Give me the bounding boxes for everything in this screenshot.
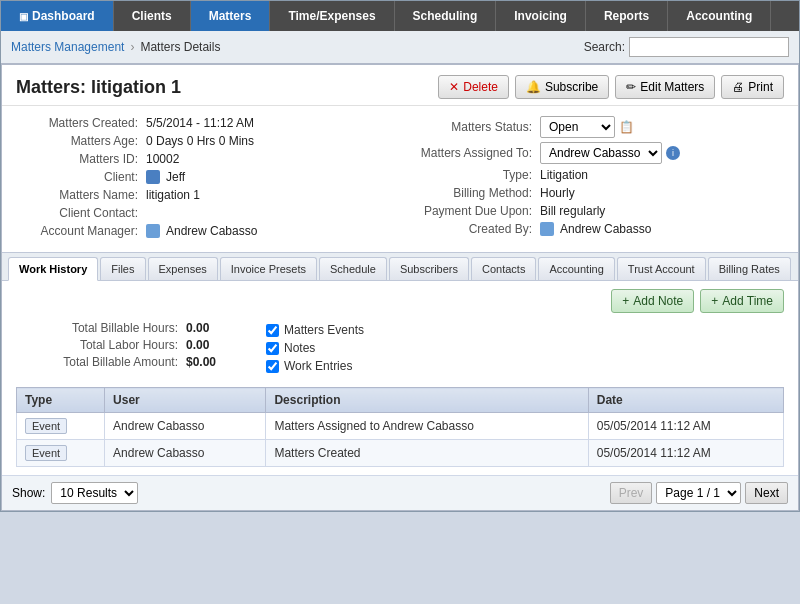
nav-clients[interactable]: Clients: [114, 1, 191, 31]
detail-billing-method: Billing Method: Hourly: [410, 186, 784, 200]
detail-assigned: Matters Assigned To: Andrew Cabasso i: [410, 142, 784, 164]
detail-client: Client: Jeff: [16, 170, 390, 184]
stat-billable-amount-value: $0.00: [186, 355, 216, 369]
tab-trust-account[interactable]: Trust Account: [617, 257, 706, 280]
table-row: Event Andrew Cabasso Matters Assigned to…: [17, 413, 784, 440]
add-note-button[interactable]: + Add Note: [611, 289, 694, 313]
matters-events-checkbox[interactable]: [266, 324, 279, 337]
breadcrumb-current: Matters Details: [140, 40, 220, 54]
subscribe-icon: 🔔: [526, 80, 541, 94]
nav-accounting[interactable]: Accounting: [668, 1, 771, 31]
tab-accounting[interactable]: Accounting: [538, 257, 614, 280]
action-row: + Add Note + Add Time: [16, 289, 784, 313]
detail-payment: Payment Due Upon: Bill regularly: [410, 204, 784, 218]
nav-scheduling[interactable]: Scheduling: [395, 1, 497, 31]
stat-labor-hours-value: 0.00: [186, 338, 209, 352]
row-date: 05/05/2014 11:12 AM: [588, 413, 783, 440]
page-select[interactable]: Page 1 / 1: [656, 482, 741, 504]
stat-billable-amount-label: Total Billable Amount:: [16, 355, 186, 369]
delete-button[interactable]: ✕ Delete: [438, 75, 509, 99]
print-icon: 🖨: [732, 80, 744, 94]
results-per-page[interactable]: 10 Results 25 Results 50 Results: [51, 482, 138, 504]
tab-subscribers[interactable]: Subscribers: [389, 257, 469, 280]
details-left: Matters Created: 5/5/2014 - 11:12 AM Mat…: [16, 116, 390, 242]
main-content: Matters: litigation 1 ✕ Delete 🔔 Subscri…: [1, 64, 799, 511]
nav-dashboard[interactable]: ▣ Dashboard: [1, 1, 114, 31]
show-results: Show: 10 Results 25 Results 50 Results: [12, 482, 138, 504]
edit-matters-button[interactable]: ✏ Edit Matters: [615, 75, 715, 99]
checkbox-matters-events: Matters Events: [266, 323, 364, 337]
stat-billable-hours-label: Total Billable Hours:: [16, 321, 186, 335]
status-select[interactable]: Open Closed Pending: [540, 116, 615, 138]
detail-matters-name: Matters Name: litigation 1: [16, 188, 390, 202]
row-date: 05/05/2014 11:12 AM: [588, 440, 783, 467]
row-user: Andrew Cabasso: [105, 440, 266, 467]
row-type: Event: [17, 440, 105, 467]
row-type: Event: [17, 413, 105, 440]
detail-created: Matters Created: 5/5/2014 - 11:12 AM: [16, 116, 390, 130]
add-time-icon: +: [711, 294, 718, 308]
dashboard-icon: ▣: [19, 11, 28, 22]
stat-billable-amount: Total Billable Amount: $0.00: [16, 355, 236, 369]
tab-billing-rates[interactable]: Billing Rates: [708, 257, 791, 280]
next-button[interactable]: Next: [745, 482, 788, 504]
table-body: Event Andrew Cabasso Matters Assigned to…: [17, 413, 784, 467]
client-icon: [146, 170, 160, 184]
col-type: Type: [17, 388, 105, 413]
row-description: Matters Created: [266, 440, 588, 467]
tab-contacts[interactable]: Contacts: [471, 257, 536, 280]
stats-left: Total Billable Hours: 0.00 Total Labor H…: [16, 321, 236, 377]
checkbox-notes: Notes: [266, 341, 364, 355]
work-entries-checkbox[interactable]: [266, 360, 279, 373]
stat-labor-hours-label: Total Labor Hours:: [16, 338, 186, 352]
add-time-button[interactable]: + Add Time: [700, 289, 784, 313]
tab-files[interactable]: Files: [100, 257, 145, 280]
page-title: Matters: litigation 1: [16, 77, 181, 98]
tab-work-history[interactable]: Work History: [8, 257, 98, 281]
nav-invoicing[interactable]: Invoicing: [496, 1, 586, 31]
page-header: Matters: litigation 1 ✕ Delete 🔔 Subscri…: [2, 65, 798, 106]
tab-schedule[interactable]: Schedule: [319, 257, 387, 280]
add-note-icon: +: [622, 294, 629, 308]
tab-expenses[interactable]: Expenses: [148, 257, 218, 280]
subscribe-button[interactable]: 🔔 Subscribe: [515, 75, 609, 99]
filter-checkboxes: Matters Events Notes Work Entries: [266, 321, 364, 377]
pagination-bar: Show: 10 Results 25 Results 50 Results P…: [2, 475, 798, 510]
col-description: Description: [266, 388, 588, 413]
breadcrumb-bar: Matters Management › Matters Details Sea…: [1, 31, 799, 64]
detail-account-manager: Account Manager: Andrew Cabasso: [16, 224, 390, 238]
col-user: User: [105, 388, 266, 413]
search-input[interactable]: [629, 37, 789, 57]
detail-type: Type: Litigation: [410, 168, 784, 182]
tab-invoice-presets[interactable]: Invoice Presets: [220, 257, 317, 280]
details-right: Matters Status: Open Closed Pending 📋 Ma…: [410, 116, 784, 242]
stat-labor-hours: Total Labor Hours: 0.00: [16, 338, 236, 352]
search-label: Search:: [584, 40, 625, 54]
delete-icon: ✕: [449, 80, 459, 94]
details-section: Matters Created: 5/5/2014 - 11:12 AM Mat…: [2, 106, 798, 252]
nav-time-expenses[interactable]: Time/Expenses: [270, 1, 394, 31]
detail-age: Matters Age: 0 Days 0 Hrs 0 Mins: [16, 134, 390, 148]
status-edit-icon[interactable]: 📋: [619, 120, 634, 134]
prev-button[interactable]: Prev: [610, 482, 653, 504]
col-date: Date: [588, 388, 783, 413]
assigned-info-icon[interactable]: i: [666, 146, 680, 160]
row-description: Matters Assigned to Andrew Cabasso: [266, 413, 588, 440]
edit-icon: ✏: [626, 80, 636, 94]
created-by-icon: [540, 222, 554, 236]
breadcrumb-parent[interactable]: Matters Management: [11, 40, 124, 54]
detail-client-contact: Client Contact:: [16, 206, 390, 220]
checkbox-work-entries: Work Entries: [266, 359, 364, 373]
pagination-controls: Prev Page 1 / 1 Next: [610, 482, 788, 504]
print-button[interactable]: 🖨 Print: [721, 75, 784, 99]
nav-reports[interactable]: Reports: [586, 1, 668, 31]
search-area: Search:: [584, 37, 789, 57]
detail-created-by: Created By: Andrew Cabasso: [410, 222, 784, 236]
nav-matters[interactable]: Matters: [191, 1, 271, 31]
detail-status: Matters Status: Open Closed Pending 📋: [410, 116, 784, 138]
header-buttons: ✕ Delete 🔔 Subscribe ✏ Edit Matters 🖨 Pr…: [438, 75, 784, 99]
assigned-select[interactable]: Andrew Cabasso: [540, 142, 662, 164]
notes-checkbox[interactable]: [266, 342, 279, 355]
breadcrumb-separator: ›: [130, 40, 134, 54]
stat-billable-hours-value: 0.00: [186, 321, 209, 335]
